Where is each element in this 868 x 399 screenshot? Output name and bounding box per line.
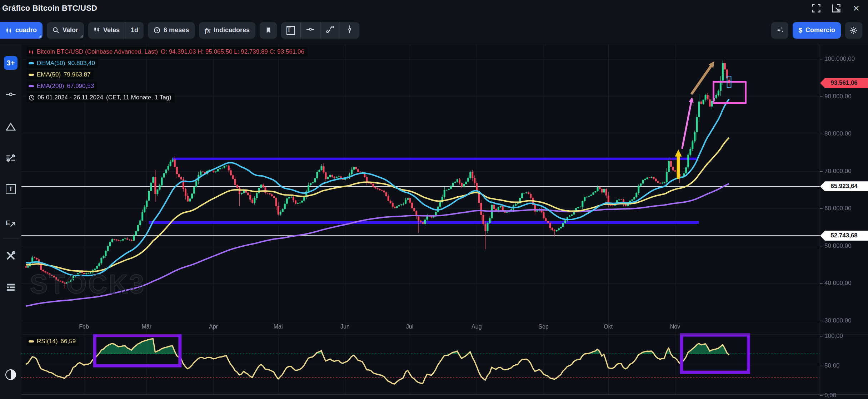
- shapes-triangle-tool[interactable]: [4, 120, 18, 134]
- rsi-axis-label: 50,00: [824, 362, 840, 369]
- indicators-label: Indicadores: [214, 26, 250, 34]
- rsi-color-marker: [29, 340, 34, 343]
- month-label: Mai: [274, 324, 283, 330]
- toolbar: cuadro Valor Velas 1d 6 meses fx: [0, 16, 868, 44]
- chart-legend: Bitcoin BTC/USD (Coinbase Advanced, Last…: [26, 47, 308, 104]
- indicator-legend-ema200[interactable]: EMA(200)67.090,53: [26, 82, 97, 91]
- elliott-wave-tool[interactable]: E: [4, 213, 18, 227]
- horizontal-line-tool[interactable]: [4, 87, 18, 102]
- range-label: 6 meses: [164, 26, 189, 34]
- price-tag: 93.561,06: [820, 78, 868, 88]
- rsi-legend[interactable]: RSI(14)66,59: [26, 337, 79, 346]
- range-button[interactable]: 6 meses: [148, 22, 195, 39]
- tools-wrench-tool[interactable]: [4, 248, 18, 263]
- y-axis-label: 40.000,00: [824, 280, 852, 287]
- popout-resize-icon[interactable]: [831, 3, 842, 14]
- date-range-legend: 05.01.2024 - 26.11.2024 (CET, 11 Monate,…: [26, 93, 175, 102]
- indicators-button[interactable]: fx Indicadores: [199, 22, 255, 39]
- gear-icon: [850, 26, 858, 34]
- candlestick-icon: [6, 27, 12, 34]
- month-label: Mär: [141, 324, 151, 330]
- dema-color-marker: [29, 62, 34, 64]
- trade-button[interactable]: $ Comercio: [793, 22, 841, 39]
- chart-type-label: cuadro: [15, 26, 37, 34]
- title-bar: Gráfico Bitcoin BTC/USD ×: [0, 0, 868, 16]
- y-axis-label: 100.000,00: [824, 55, 855, 63]
- candlestick-icon: [29, 49, 34, 55]
- search-icon: [53, 27, 59, 34]
- interval-label: 1d: [131, 26, 138, 34]
- symbol-legend[interactable]: Bitcoin BTC/USD (Coinbase Advanced, Last…: [26, 47, 308, 56]
- rsi-axis-label: 0,00: [824, 392, 836, 399]
- month-label: Okt: [604, 324, 613, 330]
- text-tool-icon: T: [286, 26, 295, 35]
- month-label: Jun: [340, 324, 350, 330]
- candle-style-button[interactable]: Velas: [88, 22, 125, 39]
- trendlines-tool[interactable]: [4, 151, 18, 165]
- month-label: Feb: [79, 324, 89, 330]
- symbol-name: Bitcoin BTC/USD (Coinbase Advanced, Last…: [37, 48, 158, 55]
- sidebar-divider: [3, 238, 19, 239]
- ema200-color-marker: [29, 85, 34, 87]
- close-icon[interactable]: ×: [851, 3, 862, 14]
- ema50-color-marker: [29, 74, 34, 76]
- y-axis-label: 50.000,00: [824, 242, 852, 250]
- left-sidebar: 3+ T E: [0, 44, 21, 399]
- candle-interval-group: Velas 1d: [88, 22, 144, 39]
- bookmark-button[interactable]: [260, 22, 277, 39]
- sparkles-icon: [776, 27, 783, 34]
- symbol-ohlc: O: 94.391,03 H: 95.065,50 L: 92.739,89 C…: [161, 48, 304, 55]
- candle-style-label: Velas: [103, 26, 120, 34]
- text-annotation-tool[interactable]: T: [4, 182, 18, 196]
- y-axis-label: 70.000,00: [824, 168, 852, 175]
- month-label: Apr: [209, 324, 218, 330]
- date-range: 05.01.2024 - 26.11.2024: [38, 94, 103, 101]
- settings-button[interactable]: [845, 22, 862, 39]
- y-axis-label: 60.000,00: [824, 205, 852, 212]
- theme-contrast-toggle[interactable]: [4, 368, 18, 382]
- indicator-legend-dema[interactable]: DEMA(50)90.803,40: [26, 59, 98, 68]
- month-label: Nov: [670, 324, 680, 330]
- curve-tool-icon: [326, 25, 334, 35]
- rsi-axis-label: 100,00: [824, 332, 843, 340]
- chart-area: STOCK3 Bitcoin BTC/USD (Coinbase Advance…: [21, 44, 868, 399]
- month-label: Aug: [472, 324, 482, 330]
- vertical-line-tool-button[interactable]: [340, 22, 359, 39]
- price-tag: 52.743,68: [820, 231, 868, 241]
- horizontal-line-tool-button[interactable]: [300, 22, 320, 39]
- clock-icon: [154, 27, 160, 34]
- chart-type-button[interactable]: cuadro: [0, 22, 43, 39]
- layout-panels-tool[interactable]: [4, 280, 18, 294]
- y-axis-label: 90.000,00: [824, 93, 852, 100]
- candlestick-icon: [94, 26, 100, 34]
- month-label: Jul: [406, 324, 413, 330]
- text-tool-button[interactable]: T: [281, 22, 300, 39]
- date-note: (CET, 11 Monate, 1 Tag): [106, 94, 171, 101]
- ai-sparkles-button[interactable]: [771, 22, 788, 39]
- drawing-tools-group: T: [281, 22, 359, 39]
- page-title: Gráfico Bitcoin BTC/USD: [0, 4, 97, 13]
- watermark: STOCK3: [30, 269, 145, 299]
- y-axis-label: 30.000,00: [824, 317, 852, 324]
- trade-label: Comercio: [805, 26, 835, 34]
- curve-tool-button[interactable]: [320, 22, 340, 39]
- clock-icon: [29, 95, 35, 101]
- interval-button[interactable]: 1d: [125, 22, 144, 39]
- fx-icon: fx: [205, 26, 210, 34]
- vertical-line-icon: [345, 25, 354, 35]
- stock3-logo[interactable]: 3+: [4, 56, 18, 70]
- price-tag: 65.923,64: [820, 181, 868, 191]
- fullscreen-icon[interactable]: [811, 3, 822, 14]
- month-label: Sep: [538, 324, 548, 330]
- horizontal-line-icon: [306, 25, 315, 35]
- bookmark-icon: [265, 27, 271, 33]
- dollar-icon: $: [798, 26, 802, 34]
- y-axis-label: 80.000,00: [824, 130, 852, 137]
- indicator-legend-ema50[interactable]: EMA(50)79.963,87: [26, 70, 94, 79]
- symbol-search-button[interactable]: Valor: [47, 22, 84, 39]
- symbol-search-label: Valor: [63, 26, 78, 34]
